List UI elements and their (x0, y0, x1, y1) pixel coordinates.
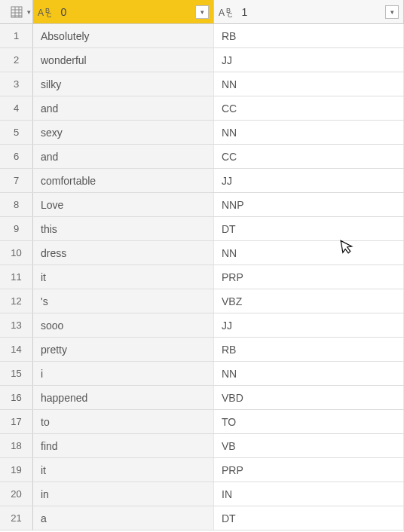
cell-col1[interactable]: JJ (214, 48, 404, 72)
row-number-cell[interactable]: 17 (0, 410, 33, 433)
cell-col0[interactable]: Absolutely (33, 24, 214, 47)
table-row[interactable]: 19itPRP (0, 458, 404, 482)
table-row[interactable]: 12'sVBZ (0, 289, 404, 313)
text-type-icon: ABC (219, 8, 237, 18)
cell-col1[interactable]: VBD (214, 386, 404, 409)
table-row[interactable]: 15iNN (0, 362, 404, 386)
cell-col0[interactable]: it (33, 458, 214, 482)
cell-col1[interactable]: RB (214, 24, 404, 47)
table-header-row: ▾ ABC 0 ▾ ABC 1 ▾ (0, 0, 404, 24)
table-row[interactable]: 17toTO (0, 410, 404, 434)
cell-col1[interactable]: CC (214, 96, 404, 120)
row-number-cell[interactable]: 15 (0, 362, 33, 385)
cell-col1[interactable]: NN (214, 72, 404, 96)
cell-col0[interactable]: sooo (33, 313, 214, 337)
text-type-icon: ABC (38, 8, 57, 18)
cell-col0[interactable]: sexy (33, 121, 214, 144)
chevron-down-icon: ▾ (27, 8, 31, 16)
row-number-cell[interactable]: 2 (0, 48, 33, 72)
cell-col0[interactable]: wonderful (33, 48, 214, 72)
cell-col0[interactable]: and (33, 96, 214, 120)
cell-col1[interactable]: DT (214, 506, 404, 530)
row-number-cell[interactable]: 19 (0, 458, 33, 482)
cell-col1[interactable]: NN (214, 362, 404, 385)
table-icon (10, 5, 23, 19)
table-corner-cell[interactable]: ▾ (0, 0, 33, 23)
column-filter-button[interactable]: ▾ (385, 5, 399, 19)
table-row[interactable]: 14prettyRB (0, 338, 404, 362)
cell-col0[interactable]: dress (33, 241, 214, 264)
row-number-cell[interactable]: 6 (0, 145, 33, 168)
cell-col1[interactable]: DT (214, 217, 404, 240)
table-row[interactable]: 9thisDT (0, 217, 404, 241)
table-body: 1AbsolutelyRB2wonderfulJJ3silkyNN4andCC5… (0, 24, 404, 530)
table-row[interactable]: 5sexyNN (0, 121, 404, 145)
cell-col0[interactable]: and (33, 145, 214, 168)
cell-col1[interactable]: NN (214, 241, 404, 264)
row-number-cell[interactable]: 1 (0, 24, 33, 47)
cell-col1[interactable]: JJ (214, 169, 404, 192)
row-number-cell[interactable]: 21 (0, 506, 33, 530)
table-row[interactable]: 6andCC (0, 145, 404, 169)
row-number-cell[interactable]: 14 (0, 338, 33, 361)
cell-col1[interactable]: TO (214, 410, 404, 433)
cell-col0[interactable]: silky (33, 72, 214, 96)
row-number-cell[interactable]: 7 (0, 169, 33, 192)
table-row[interactable]: 10dressNN (0, 241, 404, 265)
cell-col0[interactable]: find (33, 434, 214, 457)
column-filter-button[interactable]: ▾ (195, 5, 209, 19)
cell-col1[interactable]: VB (214, 434, 404, 457)
row-number-cell[interactable]: 13 (0, 313, 33, 337)
table-row[interactable]: 13soooJJ (0, 313, 404, 338)
row-number-cell[interactable]: 11 (0, 265, 33, 289)
row-number-cell[interactable]: 3 (0, 72, 33, 96)
cell-col1[interactable]: IN (214, 482, 404, 506)
table-row[interactable]: 20inIN (0, 482, 404, 506)
cell-col1[interactable]: VBZ (214, 289, 404, 313)
row-number-cell[interactable]: 20 (0, 482, 33, 506)
cell-col0[interactable]: pretty (33, 338, 214, 361)
row-number-cell[interactable]: 10 (0, 241, 33, 264)
cell-col1[interactable]: CC (214, 145, 404, 168)
column-header-0[interactable]: ABC 0 ▾ (33, 0, 214, 23)
cell-col0[interactable]: to (33, 410, 214, 433)
table-row[interactable]: 1AbsolutelyRB (0, 24, 404, 48)
table-row[interactable]: 21aDT (0, 506, 404, 530)
cell-col1[interactable]: PRP (214, 458, 404, 482)
table-row[interactable]: 4andCC (0, 96, 404, 121)
table-row[interactable]: 2wonderfulJJ (0, 48, 404, 72)
cell-col0[interactable]: happened (33, 386, 214, 409)
table-row[interactable]: 11itPRP (0, 265, 404, 289)
row-number-cell[interactable]: 5 (0, 121, 33, 144)
row-number-cell[interactable]: 18 (0, 434, 33, 457)
table-row[interactable]: 3silkyNN (0, 72, 404, 96)
cell-col1[interactable]: RB (214, 338, 404, 361)
cell-col0[interactable]: i (33, 362, 214, 385)
column-name: 0 (60, 6, 66, 18)
cell-col0[interactable]: this (33, 217, 214, 240)
cell-col0[interactable]: Love (33, 193, 214, 216)
table-row[interactable]: 7comfortableJJ (0, 169, 404, 193)
row-number-cell[interactable]: 4 (0, 96, 33, 120)
cell-col1[interactable]: PRP (214, 265, 404, 289)
cell-col1[interactable]: JJ (214, 313, 404, 337)
cell-col0[interactable]: it (33, 265, 214, 289)
row-number-cell[interactable]: 8 (0, 193, 33, 216)
table-row[interactable]: 16happenedVBD (0, 386, 404, 410)
row-number-cell[interactable]: 12 (0, 289, 33, 313)
data-table: ▾ ABC 0 ▾ ABC 1 ▾ 1AbsolutelyRB2wonderfu… (0, 0, 404, 530)
cell-col0[interactable]: comfortable (33, 169, 214, 192)
cell-col0[interactable]: a (33, 506, 214, 530)
table-row[interactable]: 8LoveNNP (0, 193, 404, 217)
cell-col1[interactable]: NNP (214, 193, 404, 216)
cell-col1[interactable]: NN (214, 121, 404, 144)
cell-col0[interactable]: 's (33, 289, 214, 313)
row-number-cell[interactable]: 16 (0, 386, 33, 409)
column-name: 1 (241, 6, 247, 18)
table-row[interactable]: 18findVB (0, 434, 404, 458)
cell-col0[interactable]: in (33, 482, 214, 506)
column-header-1[interactable]: ABC 1 ▾ (214, 0, 404, 23)
row-number-cell[interactable]: 9 (0, 217, 33, 240)
